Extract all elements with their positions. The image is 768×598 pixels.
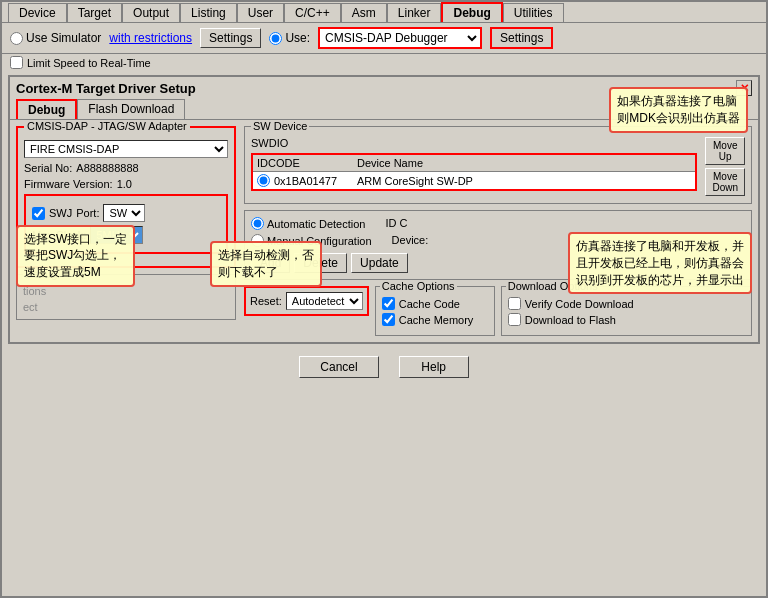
right-column: SW Device SWDIO IDCODE Device Name <box>244 126 752 336</box>
download-flash-checkbox[interactable] <box>508 313 521 326</box>
footer: Cancel Help <box>2 348 766 382</box>
close-button[interactable]: ✕ <box>736 80 752 96</box>
verify-row: Verify Code Download <box>508 297 745 310</box>
debugger-select[interactable]: CMSIS-DAP Debugger <box>320 29 480 47</box>
debug-bottom-group: Debug tions ect <box>16 274 236 320</box>
dialog-area: Cortex-M Target Driver Setup ✕ Debug Fla… <box>8 75 760 344</box>
swj-checkbox[interactable] <box>32 207 45 220</box>
verify-checkbox[interactable] <box>508 297 521 310</box>
max-clock-select[interactable]: 5MHz <box>90 226 143 244</box>
limit-speed-checkbox[interactable] <box>10 56 23 69</box>
tab-linker[interactable]: Linker <box>387 3 442 22</box>
sw-device-group: SW Device SWDIO IDCODE Device Name <box>244 126 752 204</box>
top-tab-row: Device Target Output Listing User C/C++ … <box>2 2 766 23</box>
cancel-button[interactable]: Cancel <box>299 356 378 378</box>
use-simulator-radio[interactable]: Use Simulator <box>10 31 101 45</box>
move-buttons: MoveUp MoveDown <box>705 137 745 196</box>
idcode-header: IDCODE <box>257 157 357 169</box>
reset-group: Reset: Autodetect <box>244 286 369 316</box>
port-select[interactable]: SW <box>103 204 145 222</box>
left-column: CMSIS-DAP - JTAG/SW Adapter FIRE CMSIS-D… <box>16 126 236 336</box>
reset-select[interactable]: Autodetect <box>286 292 363 310</box>
download-options-group: Download Options Verify Code Download Do… <box>501 286 752 336</box>
cache-code-checkbox[interactable] <box>382 297 395 310</box>
device-radio[interactable] <box>257 174 270 187</box>
adapter-select-row: FIRE CMSIS-DAP <box>24 140 228 158</box>
adapter-select[interactable]: FIRE CMSIS-DAP <box>24 140 228 158</box>
cache-code-row: Cache Code <box>382 297 488 310</box>
update-button[interactable]: Update <box>351 253 408 273</box>
tab-utilities[interactable]: Utilities <box>503 3 564 22</box>
sw-device-table: IDCODE Device Name 0x1BA01477 ARM CoreSi… <box>251 153 697 191</box>
firmware-value: 1.0 <box>117 178 132 190</box>
dialog-content: CMSIS-DAP - JTAG/SW Adapter FIRE CMSIS-D… <box>10 126 758 342</box>
settings-row: Use Simulator with restrictions Settings… <box>2 23 766 54</box>
swj-port-group: SWJ Port: SW Max Clock: 5MHz <box>24 194 228 254</box>
devname-value: ARM CoreSight SW-DP <box>357 175 691 187</box>
tab-user[interactable]: User <box>237 3 284 22</box>
dialog-title-row: Cortex-M Target Driver Setup ✕ <box>10 77 758 99</box>
tab-listing[interactable]: Listing <box>180 3 237 22</box>
with-restrictions-link[interactable]: with restrictions <box>109 31 192 45</box>
manual-config-radio[interactable]: Manual Configuration <box>251 234 372 247</box>
firmware-row: Firmware Version: 1.0 <box>24 178 228 190</box>
inner-tab-flash-download[interactable]: Flash Download <box>77 99 185 119</box>
bottom-options-row: Reset: Autodetect Cache Options Cache Co… <box>244 286 752 336</box>
delete-button[interactable]: Delete <box>294 253 347 273</box>
help-button[interactable]: Help <box>399 356 469 378</box>
tab-debug[interactable]: Debug <box>441 2 502 22</box>
idcode-value: 0x1BA01477 <box>274 175 337 187</box>
add-button[interactable]: Add <box>251 253 290 273</box>
download-to-flash-row: Download to Flash <box>508 313 745 326</box>
serial-row: Serial No: A888888888 <box>24 162 228 174</box>
detection-group: Automatic Detection ID C Manual Configur… <box>244 210 752 280</box>
auto-detection-radio[interactable]: Automatic Detection <box>251 217 365 230</box>
tab-output[interactable]: Output <box>122 3 180 22</box>
dialog-title: Cortex-M Target Driver Setup <box>16 81 196 96</box>
cache-options-group: Cache Options Cache Code Cache Memory <box>375 286 495 336</box>
inner-tab-debug[interactable]: Debug <box>16 99 77 119</box>
settings-button2[interactable]: Settings <box>490 27 553 49</box>
tab-cpp[interactable]: C/C++ <box>284 3 341 22</box>
swj-row: SWJ Port: SW <box>32 204 220 222</box>
cache-memory-row: Cache Memory <box>382 313 488 326</box>
limit-speed-row: Limit Speed to Real-Time <box>2 54 766 71</box>
inner-tab-row: Debug Flash Download <box>10 99 758 120</box>
jtag-adapter-group: CMSIS-DAP - JTAG/SW Adapter FIRE CMSIS-D… <box>16 126 236 268</box>
tab-device[interactable]: Device <box>8 3 67 22</box>
use-radio[interactable]: Use: <box>269 31 310 45</box>
serial-value: A888888888 <box>76 162 138 174</box>
move-down-button[interactable]: MoveDown <box>705 168 745 196</box>
swdio-label: SWDIO <box>251 137 697 149</box>
max-clock-row: Max Clock: 5MHz <box>32 226 220 244</box>
tab-target[interactable]: Target <box>67 3 122 22</box>
main-window: Device Target Output Listing User C/C++ … <box>0 0 768 598</box>
move-up-button[interactable]: MoveUp <box>705 137 745 165</box>
tab-asm[interactable]: Asm <box>341 3 387 22</box>
cache-memory-checkbox[interactable] <box>382 313 395 326</box>
add-delete-row: Add Delete Update <box>251 253 745 273</box>
devname-header: Device Name <box>357 157 691 169</box>
settings-button1[interactable]: Settings <box>200 28 261 48</box>
sw-device-row[interactable]: 0x1BA01477 ARM CoreSight SW-DP <box>253 172 695 189</box>
